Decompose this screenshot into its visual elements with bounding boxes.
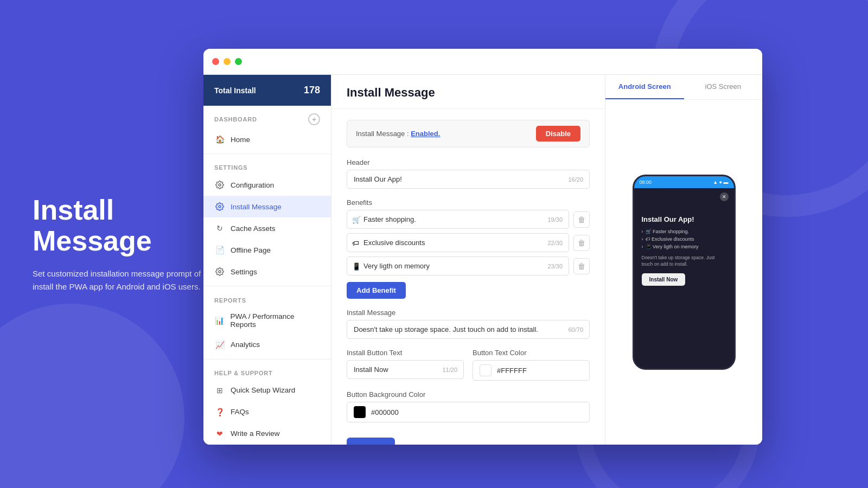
button-text-color-field[interactable]: #FFFFFF bbox=[473, 360, 590, 381]
sidebar-item-configuration[interactable]: Configuration bbox=[203, 174, 331, 196]
save-button[interactable]: Save bbox=[347, 438, 395, 445]
install-button-text-group: Install Button Text 11/20 bbox=[347, 349, 464, 381]
install-message-field-label: Install Message bbox=[347, 309, 590, 317]
main-content: Total Install 178 DASHBOARD + 🏠 Home SET… bbox=[203, 75, 762, 445]
help-section-header: HELP & SUPPORT bbox=[203, 362, 331, 380]
phone-status-bar: 08:00 ▲ ● ▬ bbox=[634, 176, 734, 188]
preview-content: 08:00 ▲ ● ▬ ✕ Install Our App! › 🛒 Faste… bbox=[605, 100, 762, 445]
tab-ios[interactable]: iOS Screen bbox=[684, 75, 763, 99]
content-title: Install Message bbox=[347, 86, 590, 100]
dashboard-label: DASHBOARD bbox=[214, 116, 257, 123]
button-bg-color-swatch bbox=[354, 406, 366, 418]
add-benefit-button[interactable]: Add Benefit bbox=[347, 282, 406, 299]
sidebar-item-install-message[interactable]: Install Message bbox=[203, 196, 331, 217]
sidebar-item-quick-setup[interactable]: ⊞ Quick Setup Wizard bbox=[203, 380, 331, 401]
add-button[interactable]: + bbox=[308, 113, 320, 125]
write-review-label: Write a Review bbox=[231, 429, 280, 438]
phone-benefit-2: › 🏷 Exclusive discounts bbox=[640, 235, 729, 243]
faqs-label: FAQs bbox=[231, 408, 249, 416]
install-message-icon bbox=[214, 201, 225, 212]
disable-button[interactable]: Disable bbox=[536, 126, 580, 142]
pwa-reports-label: PWA / Performance Reports bbox=[231, 312, 320, 329]
benefit-3-delete[interactable]: 🗑 bbox=[573, 258, 590, 274]
benefit-2-delete[interactable]: 🗑 bbox=[573, 235, 590, 251]
status-bar: Install Message : Enabled. Disable bbox=[347, 120, 590, 147]
sidebar-item-faqs[interactable]: ❓ FAQs bbox=[203, 401, 331, 423]
benefit-1-delete[interactable]: 🗑 bbox=[573, 211, 590, 228]
benefit-1-wrapper: 🛒 19/30 bbox=[347, 210, 569, 229]
left-panel: Install Message Set customized installat… bbox=[33, 195, 206, 293]
button-text-color-label: Button Text Color bbox=[473, 349, 590, 357]
sidebar-item-pwa-reports[interactable]: 📊 PWA / Performance Reports bbox=[203, 307, 331, 334]
faqs-icon: ❓ bbox=[214, 407, 225, 418]
phone-signal-icons: ▲ ● ▬ bbox=[713, 179, 728, 185]
phone-benefit-1: › 🛒 Faster shopping. bbox=[640, 228, 729, 235]
chevron-right-icon-2: › bbox=[642, 236, 643, 242]
reports-section-header: REPORTS bbox=[203, 290, 331, 307]
benefits-field-group: Benefits 🛒 19/30 🗑 🏷 22/3 bbox=[347, 198, 590, 299]
install-message-field-group: Install Message 60/70 bbox=[347, 309, 590, 339]
install-button-text-counter: 11/20 bbox=[442, 367, 457, 373]
benefit-2-counter: 22/30 bbox=[547, 240, 563, 246]
benefit-2-emoji: 🏷 bbox=[352, 239, 359, 247]
install-message-input-wrapper: 60/70 bbox=[347, 320, 590, 339]
benefit-1-counter: 19/30 bbox=[547, 216, 563, 223]
minimize-button[interactable] bbox=[224, 58, 231, 65]
configuration-label: Configuration bbox=[231, 181, 274, 189]
total-install-label: Total Install bbox=[214, 86, 256, 95]
sidebar-item-home[interactable]: 🏠 Home bbox=[203, 129, 331, 150]
close-button[interactable] bbox=[212, 58, 219, 65]
settings-label: Settings bbox=[231, 268, 257, 276]
phone-time: 08:00 bbox=[640, 179, 652, 185]
sidebar-item-settings[interactable]: Settings bbox=[203, 261, 331, 282]
status-text: Install Message : Enabled. bbox=[356, 130, 440, 138]
benefits-label: Benefits bbox=[347, 198, 590, 207]
cache-assets-icon: ↻ bbox=[214, 223, 225, 234]
title-bar bbox=[203, 49, 762, 75]
header-field-group: Header 16/20 bbox=[347, 158, 590, 189]
phone-mockup: 08:00 ▲ ● ▬ ✕ Install Our App! › 🛒 Faste… bbox=[633, 175, 736, 370]
offline-page-icon: 📄 bbox=[214, 245, 225, 255]
total-install-value: 178 bbox=[304, 85, 320, 96]
header-field-label: Header bbox=[347, 158, 590, 166]
install-message-input[interactable] bbox=[347, 320, 590, 339]
benefit-2-input[interactable] bbox=[347, 233, 569, 252]
maximize-button[interactable] bbox=[235, 58, 242, 65]
sidebar-item-cache-assets[interactable]: ↻ Cache Assets bbox=[203, 217, 331, 239]
sidebar-item-analytics[interactable]: 📈 Analytics bbox=[203, 334, 331, 356]
sidebar-item-offline-page[interactable]: 📄 Offline Page bbox=[203, 239, 331, 261]
offline-page-label: Offline Page bbox=[231, 246, 271, 254]
install-message-counter: 60/70 bbox=[568, 326, 583, 333]
benefit-item-2: 🏷 22/30 🗑 bbox=[347, 233, 590, 252]
home-label: Home bbox=[231, 136, 250, 144]
pwa-reports-icon: 📊 bbox=[214, 315, 225, 326]
tab-android[interactable]: Android Screen bbox=[605, 75, 684, 99]
status-enabled: Enabled. bbox=[411, 130, 440, 138]
quick-setup-icon: ⊞ bbox=[214, 385, 225, 396]
sidebar: Total Install 178 DASHBOARD + 🏠 Home SET… bbox=[203, 75, 331, 445]
benefit-1-input[interactable] bbox=[347, 210, 569, 229]
preview-panel: Android Screen iOS Screen 08:00 ▲ ● ▬ ✕ … bbox=[605, 75, 762, 445]
phone-screen: ✕ Install Our App! › 🛒 Faster shopping. … bbox=[634, 188, 734, 368]
benefit-3-wrapper: 📱 23/30 bbox=[347, 256, 569, 275]
benefit-3-input[interactable] bbox=[347, 256, 569, 275]
install-button-text-wrapper: 11/20 bbox=[347, 360, 464, 379]
button-text-color-swatch bbox=[480, 364, 492, 376]
page-description: Set customized installation message prom… bbox=[33, 267, 206, 293]
sidebar-item-write-review[interactable]: ❤ Write a Review bbox=[203, 423, 331, 445]
benefit-2-wrapper: 🏷 22/30 bbox=[347, 233, 569, 252]
button-bg-color-field[interactable]: #000000 bbox=[347, 402, 590, 422]
phone-benefit-3: › 📱 Very ligth on memory bbox=[640, 243, 729, 251]
phone-install-button[interactable]: Install Now bbox=[642, 273, 686, 286]
home-icon: 🏠 bbox=[214, 134, 225, 145]
button-fields-row: Install Button Text 11/20 Button Text Co… bbox=[347, 349, 590, 390]
settings-icon bbox=[214, 266, 225, 277]
total-install-banner: Total Install 178 bbox=[203, 75, 331, 106]
phone-close-icon: ✕ bbox=[720, 192, 729, 201]
svg-point-2 bbox=[219, 271, 221, 273]
content-body: Install Message : Enabled. Disable Heade… bbox=[331, 109, 605, 445]
benefit-3-counter: 23/30 bbox=[547, 263, 563, 269]
header-input[interactable] bbox=[347, 170, 590, 189]
install-button-text-label: Install Button Text bbox=[347, 349, 464, 357]
svg-point-0 bbox=[219, 184, 221, 186]
